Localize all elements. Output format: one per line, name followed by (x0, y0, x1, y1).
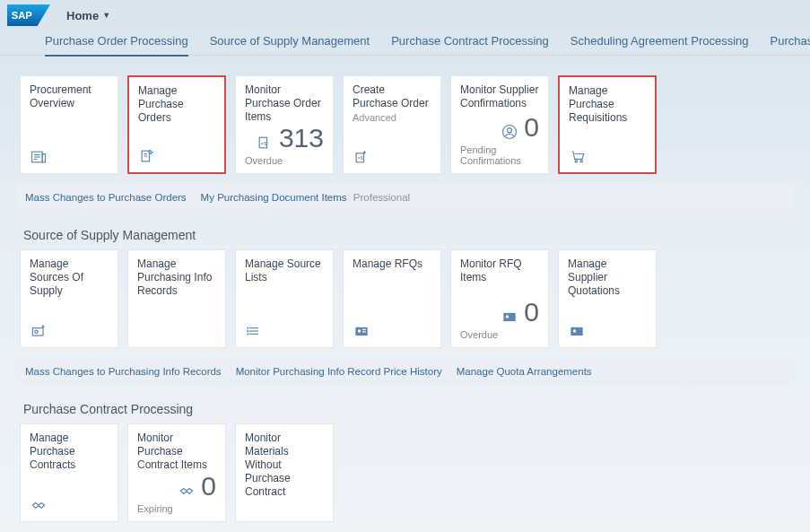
tile-title: Manage Purchase Requisitions (569, 84, 646, 125)
document-plus-icon: =$ (353, 148, 370, 166)
document-dollar-icon: =$ (256, 134, 274, 152)
svg-rect-36 (570, 327, 582, 336)
tile-value: 0 (201, 473, 216, 500)
svg-point-29 (248, 334, 248, 335)
tile-title: Manage Supplier Quotations (568, 257, 647, 298)
tile-monitor-supplier-confirmations[interactable]: Monitor Supplier Confirmations 0 Pending… (450, 75, 549, 174)
document-edit-icon (138, 147, 156, 165)
address-card-icon (353, 322, 370, 340)
list-icon (245, 322, 263, 340)
sap-logo: SAP (7, 4, 50, 26)
chevron-down-icon: ▼ (102, 11, 110, 20)
tile-monitor-purchase-contract-items[interactable]: Monitor Purchase Contract Items 0 Expiri… (127, 423, 226, 522)
handshake-icon (178, 482, 196, 500)
tile-title: Manage Sources Of Supply (30, 257, 109, 298)
tile-footer: Overdue (460, 329, 539, 340)
svg-rect-34 (504, 313, 516, 321)
tile-monitor-rfq-items[interactable]: Monitor RFQ Items 0 Overdue (450, 249, 549, 348)
tile-title: Manage Purchasing Info Records (137, 257, 216, 298)
tile-monitor-po-items[interactable]: Monitor Purchase Order Items =$ 313 Over… (235, 75, 334, 174)
tile-subtitle: Advanced (353, 112, 431, 123)
link-mass-changes-pir[interactable]: Mass Changes to Purchasing Info Records (25, 366, 222, 377)
svg-point-28 (248, 331, 248, 332)
tab-bar: Purchase Order Processing Source of Supp… (0, 27, 810, 56)
svg-point-17 (508, 128, 512, 133)
person-circle-icon (501, 123, 518, 141)
tile-title: Manage Purchase Orders (138, 84, 215, 125)
home-dropdown[interactable]: Home ▼ (66, 9, 110, 22)
tile-title: Create Purchase Order (353, 83, 431, 110)
tile-procurement-overview[interactable]: Procurement Overview (20, 75, 118, 174)
link-manage-quota[interactable]: Manage Quota Arrangements (457, 366, 592, 377)
tile-manage-purchase-contracts[interactable]: Manage Purchase Contracts (20, 423, 118, 522)
tile-title: Procurement Overview (30, 83, 109, 110)
tile-footer: Overdue (245, 155, 324, 166)
link-bar-po: Mass Changes to Purchase Orders My Purch… (16, 185, 794, 210)
svg-point-19 (580, 161, 583, 163)
tab-purchase-order-processing[interactable]: Purchase Order Processing (45, 34, 188, 57)
tile-manage-sources-of-supply[interactable]: Manage Sources Of Supply (20, 249, 118, 348)
svg-point-31 (358, 329, 361, 332)
tile-title: Monitor Materials Without Purchase Contr… (245, 432, 324, 499)
address-card-icon (568, 322, 586, 340)
section-source-of-supply: Source of Supply Management Manage Sourc… (0, 210, 810, 384)
link-monitor-pir-history[interactable]: Monitor Purchasing Info Record Price His… (236, 366, 442, 377)
tile-title: Monitor Supplier Confirmations (460, 83, 539, 110)
tile-manage-rfqs[interactable]: Manage RFQs (343, 249, 441, 348)
tab-purchase-requisition[interactable]: Purchase Requisition P (771, 34, 810, 55)
section-title: Source of Supply Management (23, 228, 794, 242)
tile-footer: Expiring (137, 503, 216, 514)
tab-scheduling-agreement[interactable]: Scheduling Agreement Processing (570, 34, 749, 55)
tile-manage-purchasing-info-records[interactable]: Manage Purchasing Info Records (127, 249, 226, 348)
link-suffix: Professional (353, 192, 410, 203)
tile-manage-source-lists[interactable]: Manage Source Lists (235, 249, 334, 348)
svg-point-35 (506, 315, 509, 318)
tile-title: Manage Source Lists (245, 257, 324, 284)
tile-title: Monitor RFQ Items (460, 257, 539, 284)
address-card-icon (501, 308, 518, 326)
id-card-plus-icon (30, 322, 48, 340)
tile-manage-purchase-orders[interactable]: Manage Purchase Orders (127, 75, 226, 174)
link-bar-sos: Mass Changes to Purchasing Info Records … (16, 359, 794, 384)
tile-title: Monitor Purchase Contract Items (137, 432, 216, 472)
svg-point-21 (35, 330, 38, 333)
tab-source-of-supply[interactable]: Source of Supply Management (210, 34, 370, 55)
link-mass-changes-po[interactable]: Mass Changes to Purchase Orders (25, 192, 187, 203)
tile-manage-purchase-requisitions[interactable]: Manage Purchase Requisitions (558, 75, 657, 174)
tile-row: Manage Sources Of Supply Manage Purchasi… (20, 249, 794, 348)
svg-rect-6 (42, 154, 45, 162)
svg-point-37 (573, 329, 576, 332)
cart-icon (569, 147, 587, 165)
home-label: Home (66, 9, 99, 22)
newspaper-icon (30, 148, 48, 166)
tile-row: Procurement Overview Manage Purchase Ord… (20, 75, 794, 174)
tile-title: Manage Purchase Contracts (30, 432, 109, 472)
svg-point-18 (575, 161, 578, 163)
tile-value: 0 (524, 299, 539, 326)
svg-point-27 (248, 327, 248, 328)
section-purchase-order-processing: Procurement Overview Manage Purchase Ord… (0, 56, 810, 210)
tab-purchase-contract[interactable]: Purchase Contract Processing (391, 34, 549, 55)
tile-value: 313 (279, 125, 324, 152)
svg-text:=$: =$ (261, 141, 267, 146)
tile-title: Monitor Purchase Order Items (245, 83, 324, 124)
svg-text:SAP: SAP (12, 10, 33, 21)
section-title: Purchase Contract Processing (23, 402, 794, 416)
tile-create-purchase-order[interactable]: Create Purchase Order Advanced =$ (343, 75, 441, 174)
tile-footer: Pending Confirmations (460, 144, 539, 166)
tile-title: Manage RFQs (353, 257, 431, 271)
tile-value: 0 (524, 114, 539, 141)
tile-manage-supplier-quotations[interactable]: Manage Supplier Quotations (558, 249, 657, 348)
tile-monitor-materials-without-contract[interactable]: Monitor Materials Without Purchase Contr… (235, 423, 334, 522)
tile-row: Manage Purchase Contracts Monitor Purcha… (20, 423, 794, 522)
top-bar: SAP Home ▼ (0, 0, 810, 27)
section-purchase-contract: Purchase Contract Processing Manage Purc… (0, 384, 810, 522)
link-my-purchasing-doc-items[interactable]: My Purchasing Document Items (201, 192, 347, 203)
svg-text:=$: =$ (358, 155, 363, 161)
handshake-icon (30, 496, 48, 514)
